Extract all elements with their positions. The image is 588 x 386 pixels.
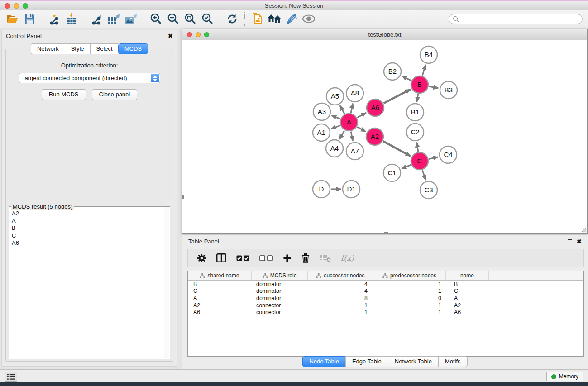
- cell-predecessor-nodes: 1: [373, 288, 446, 294]
- network-edge-A6-B[interactable]: [384, 90, 411, 104]
- close-panel-icon[interactable]: ✖: [168, 33, 173, 39]
- network-edge-A-A6[interactable]: [357, 113, 366, 118]
- refresh-icon[interactable]: [224, 11, 241, 27]
- network-edge-A-A2[interactable]: [357, 127, 366, 131]
- network-edge-B-B2[interactable]: [402, 76, 411, 81]
- save-icon[interactable]: [21, 11, 38, 27]
- cell-mcds-role: connector: [252, 309, 308, 315]
- close-panel-icon[interactable]: ✖: [577, 238, 582, 244]
- import-network-icon[interactable]: [46, 11, 63, 27]
- result-scrollbar[interactable]: [164, 207, 169, 358]
- node-label-B3: B3: [445, 86, 453, 94]
- tab-network-table[interactable]: Network Table: [388, 356, 438, 367]
- network-close-icon[interactable]: [187, 32, 192, 37]
- node-label-A: A: [347, 118, 351, 126]
- tab-network[interactable]: Network: [31, 43, 65, 54]
- import-table-icon[interactable]: [63, 11, 80, 27]
- export-network-icon[interactable]: [88, 11, 105, 27]
- tab-edge-table[interactable]: Edge Table: [345, 356, 388, 367]
- result-item[interactable]: B: [12, 224, 164, 232]
- function-builder-icon[interactable]: f(x): [341, 253, 354, 262]
- column-header-mcds-role[interactable]: MCDS role: [252, 271, 308, 280]
- result-item[interactable]: A2: [12, 210, 164, 217]
- visual-style-icon[interactable]: [283, 11, 300, 27]
- network-edge-B-B1[interactable]: [417, 94, 418, 102]
- column-header-name[interactable]: name: [446, 271, 489, 280]
- table-row[interactable]: A6connector11A6: [188, 309, 583, 316]
- network-window-title: testGlobe.txt: [368, 31, 402, 38]
- network-window-titlebar[interactable]: testGlobe.txt: [182, 29, 587, 40]
- titlebar[interactable]: Session: New Session: [0, 1, 588, 10]
- show-columns-icon[interactable]: [216, 253, 226, 262]
- export-table-icon[interactable]: [105, 11, 122, 27]
- create-column-plus-icon[interactable]: [283, 254, 292, 262]
- zoom-out-icon[interactable]: [164, 11, 182, 27]
- control-panel-title: Control Panel: [6, 33, 42, 39]
- delete-columns-trash-icon[interactable]: [301, 253, 310, 263]
- network-edge-A-A8[interactable]: [351, 104, 353, 113]
- column-header-shared-name[interactable]: shared name: [188, 271, 252, 280]
- result-item[interactable]: A: [12, 217, 164, 224]
- table-settings-gear-icon[interactable]: [197, 253, 206, 263]
- network-canvas[interactable]: B4B2BB3A8A5A6A3B1AC2A1A2A4A7C4CC1DD1C3: [182, 41, 587, 233]
- column-header-successor-nodes[interactable]: successor nodes: [308, 271, 373, 280]
- network-edge-C-C1[interactable]: [402, 165, 411, 169]
- network-edge-B-B3[interactable]: [429, 86, 439, 88]
- result-item[interactable]: C: [12, 232, 164, 239]
- network-edge-C-C2[interactable]: [417, 143, 418, 152]
- tab-motifs[interactable]: Motifs: [438, 356, 468, 367]
- run-mcds-button[interactable]: Run MCDS: [42, 89, 86, 100]
- cell-shared-name: C: [188, 288, 252, 294]
- column-header-predecessor-nodes[interactable]: predecessor nodes: [373, 271, 446, 280]
- table-row[interactable]: Bdominator41B: [188, 281, 583, 288]
- search-field[interactable]: [449, 14, 583, 24]
- manage-networks-icon[interactable]: [249, 11, 266, 27]
- select-all-columns-icon[interactable]: [236, 255, 249, 261]
- network-edge-A-A5[interactable]: [340, 105, 344, 114]
- tab-mcds[interactable]: MCDS: [118, 43, 148, 54]
- network-zoom-icon[interactable]: [204, 32, 209, 37]
- network-edge-A-A7[interactable]: [351, 132, 353, 141]
- node-table[interactable]: shared nameMCDS rolesuccessor nodesprede…: [187, 271, 584, 357]
- canvas-scroll-indicator: [182, 195, 184, 199]
- result-item[interactable]: A6: [12, 239, 164, 247]
- zoom-fit-icon[interactable]: [182, 11, 199, 27]
- memory-button[interactable]: Memory: [546, 372, 583, 381]
- node-label-A2: A2: [371, 133, 379, 140]
- search-input[interactable]: [459, 16, 578, 22]
- tab-style[interactable]: Style: [65, 43, 90, 54]
- show-hide-eye-icon[interactable]: [300, 11, 317, 27]
- tab-node-table[interactable]: Node Table: [302, 356, 345, 367]
- resize-grip-icon[interactable]: [580, 226, 587, 233]
- float-panel-icon[interactable]: [568, 239, 572, 243]
- delete-table-icon[interactable]: [320, 254, 331, 262]
- network-edge-A2-C[interactable]: [383, 141, 410, 156]
- minimize-window-icon[interactable]: [14, 3, 19, 9]
- export-image-icon[interactable]: [122, 11, 139, 27]
- zoom-in-icon[interactable]: [147, 11, 164, 27]
- network-edge-C-C3[interactable]: [422, 170, 425, 180]
- toolbar-separator: [143, 12, 143, 26]
- network-edge-A-A1[interactable]: [331, 125, 340, 129]
- table-row[interactable]: Adominator80A: [188, 295, 583, 302]
- float-panel-icon[interactable]: [159, 34, 163, 38]
- tab-select[interactable]: Select: [90, 43, 119, 54]
- close-panel-button[interactable]: Close panel: [92, 89, 138, 100]
- unselect-all-columns-icon[interactable]: [259, 255, 273, 261]
- network-edge-B-B4[interactable]: [422, 65, 425, 76]
- close-window-icon[interactable]: [5, 3, 10, 9]
- table-row[interactable]: A2connector11A2: [188, 302, 583, 309]
- task-history-button[interactable]: [5, 372, 17, 382]
- network-edge-C-C4[interactable]: [429, 157, 438, 159]
- zoom-selected-icon[interactable]: [199, 11, 216, 27]
- overview-home-icon[interactable]: [266, 11, 283, 27]
- optimization-criterion-select[interactable]: largest connected component (directed): [19, 73, 160, 83]
- table-row[interactable]: Cdominator41C: [188, 288, 583, 295]
- zoom-window-icon[interactable]: [23, 3, 28, 9]
- cell-mcds-role: dominator: [252, 281, 308, 287]
- network-edge-A-A3[interactable]: [331, 115, 340, 119]
- memory-status-dot: [551, 374, 556, 379]
- network-edge-A-A4[interactable]: [339, 130, 344, 139]
- network-minimize-icon[interactable]: [196, 32, 201, 37]
- open-folder-icon[interactable]: [4, 11, 21, 27]
